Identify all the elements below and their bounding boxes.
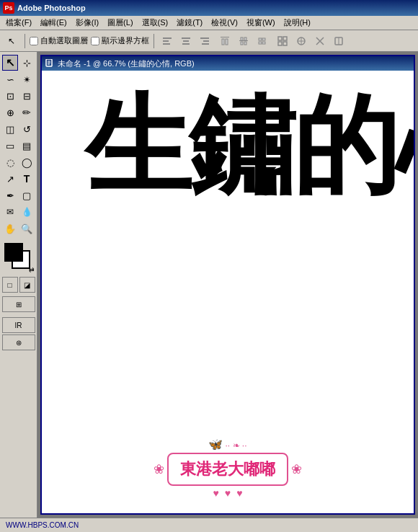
quick-mask-btn[interactable]: ◪ (19, 277, 35, 293)
heart-3: ♥ (236, 487, 242, 499)
crop-tool[interactable]: ⊡ (2, 88, 18, 104)
logo-inner: ❀ 東港老大嘟嘟 ❀ (154, 453, 302, 486)
menu-image[interactable]: 影像(I) (71, 16, 103, 30)
menu-window[interactable]: 視窗(W) (242, 16, 280, 30)
notes-tool[interactable]: ✉ (2, 204, 18, 220)
svg-rect-6 (200, 37, 209, 39)
show-bounding-box-label: 顯示邊界方框 (102, 35, 149, 46)
distribute-vert-btn[interactable] (235, 33, 252, 49)
svg-rect-0 (163, 37, 172, 39)
distribute-top-btn[interactable] (216, 33, 234, 49)
eraser-tool[interactable]: ▭ (2, 138, 18, 154)
healing-brush-tool[interactable]: ⊕ (2, 105, 18, 120)
svg-rect-13 (244, 37, 246, 40)
svg-rect-24 (283, 42, 287, 45)
auto-select-checkbox[interactable] (30, 37, 38, 45)
logo-text: 東港老大嘟嘟 (180, 460, 275, 478)
svg-rect-5 (182, 43, 190, 45)
menu-view[interactable]: 檢視(V) (207, 16, 242, 30)
svg-rect-8 (202, 43, 209, 45)
extra-btn-1[interactable] (274, 33, 291, 49)
foreground-color-swatch[interactable] (4, 243, 23, 262)
toolbar-sep-2 (154, 34, 154, 48)
tool-row-7: ◌ ◯ (2, 154, 35, 170)
clone-stamp-tool[interactable]: ◫ (2, 121, 18, 137)
tool-row-4: ⊕ ✏ (2, 105, 35, 120)
marquee-tool[interactable]: ⊹ (19, 55, 35, 71)
svg-rect-16 (244, 42, 246, 45)
tool-row-1: ↖ ⊹ (2, 55, 35, 71)
blur-tool[interactable]: ◌ (2, 154, 18, 170)
show-bounding-box-checkbox[interactable] (91, 37, 99, 45)
right-flower-icon: ❀ (291, 461, 302, 477)
dodge-tool[interactable]: ◯ (19, 154, 35, 170)
watermark-url: WWW.HBPS.COM.CN (6, 521, 79, 529)
eyedropper-tool[interactable]: 💧 (19, 204, 35, 220)
align-buttons (159, 33, 213, 49)
zoom-tool[interactable]: 🔍 (19, 221, 35, 236)
svg-rect-23 (278, 42, 282, 45)
svg-rect-10 (222, 39, 224, 45)
menu-layer[interactable]: 圖層(L) (103, 16, 137, 30)
slice-tool[interactable]: ⊟ (19, 88, 35, 104)
canvas-content: 生鏽的心情 🦋 ·· ❧ ·· ❀ 東港老大嘟嘟 (42, 71, 414, 513)
options-toolbar: ↖ 自動選取圖層 顯示邊界方框 (0, 30, 418, 52)
menu-edit[interactable]: 編輯(E) (36, 16, 71, 30)
extra-buttons (274, 33, 347, 49)
document-canvas[interactable]: 生鏽的心情 🦋 ·· ❧ ·· ❀ 東港老大嘟嘟 (42, 71, 414, 513)
menu-file[interactable]: 檔案(F) (1, 16, 36, 30)
move-tool[interactable]: ↖ (2, 55, 18, 71)
status-bar: WWW.HBPS.COM.CN (0, 518, 418, 532)
main-canvas-text: 生鏽的心情 (85, 92, 414, 199)
lasso-tool[interactable]: ∽ (2, 71, 18, 87)
hearts-bottom: ♥ ♥ ♥ (141, 487, 314, 499)
svg-rect-14 (239, 40, 248, 41)
svg-rect-15 (241, 42, 243, 45)
tool-row-5: ◫ ↺ (2, 121, 35, 137)
svg-rect-18 (259, 42, 262, 44)
tool-row-10: ✉ 💧 (2, 204, 35, 220)
menu-filter[interactable]: 濾鏡(T) (172, 16, 207, 30)
magic-wand-tool[interactable]: ✴ (19, 71, 35, 87)
tool-row-8: ↗ T (2, 171, 35, 187)
tool-row-9: ✒ ▢ (2, 187, 35, 203)
move-tool-options[interactable]: ↖ (3, 33, 20, 49)
menu-help[interactable]: 說明(H) (280, 16, 315, 30)
gradient-tool[interactable]: ▤ (19, 138, 35, 154)
extra-btn-3[interactable] (311, 33, 329, 49)
brush-tool[interactable]: ✏ (19, 105, 35, 120)
align-left-btn[interactable] (159, 33, 176, 49)
document-title: 未命名 -1 @ 66.7% (生鏽的心情, RGB) (58, 58, 195, 69)
butterfly-icon: 🦋 (208, 438, 223, 451)
pink-logo-area: 🦋 ·· ❧ ·· ❀ 東港老大嘟嘟 ❀ (141, 438, 314, 499)
logo-border-box: 東港老大嘟嘟 (167, 453, 288, 486)
shape-tool[interactable]: ▢ (19, 187, 35, 203)
heart-2: ♥ (225, 487, 231, 499)
path-selection-tool[interactable]: ↗ (2, 171, 18, 187)
svg-rect-2 (163, 43, 170, 45)
imageready-btn[interactable]: IR (2, 317, 35, 333)
menu-select[interactable]: 選取(S) (138, 16, 173, 30)
svg-rect-19 (262, 38, 265, 40)
distribute-horiz-btn[interactable] (254, 33, 271, 49)
align-right-btn[interactable] (196, 33, 213, 49)
svg-rect-1 (163, 40, 169, 42)
align-center-btn[interactable] (177, 33, 195, 49)
extra-btn-2[interactable] (293, 33, 310, 49)
extra-btn-4[interactable] (330, 33, 347, 49)
extra-btn[interactable]: ⊛ (2, 334, 35, 350)
pen-tool[interactable]: ✒ (2, 187, 18, 203)
tool-row-3: ⊡ ⊟ (2, 88, 35, 104)
heart-1: ♥ (213, 487, 219, 499)
hand-tool[interactable]: ✋ (2, 221, 18, 236)
logo-top-deco: 🦋 ·· ❧ ·· (141, 438, 314, 451)
swap-colors-btn[interactable]: ⇄ (29, 266, 35, 273)
svg-rect-21 (278, 37, 282, 40)
app-title: Adobe Photoshop (17, 4, 86, 12)
type-tool[interactable]: T (19, 171, 35, 187)
svg-rect-12 (241, 37, 243, 40)
standard-mode-btn[interactable]: □ (2, 277, 18, 293)
history-brush-tool[interactable]: ↺ (19, 121, 35, 137)
mode-buttons: □ ◪ (2, 277, 35, 293)
screen-mode-btn[interactable]: ⊞ (2, 296, 35, 312)
